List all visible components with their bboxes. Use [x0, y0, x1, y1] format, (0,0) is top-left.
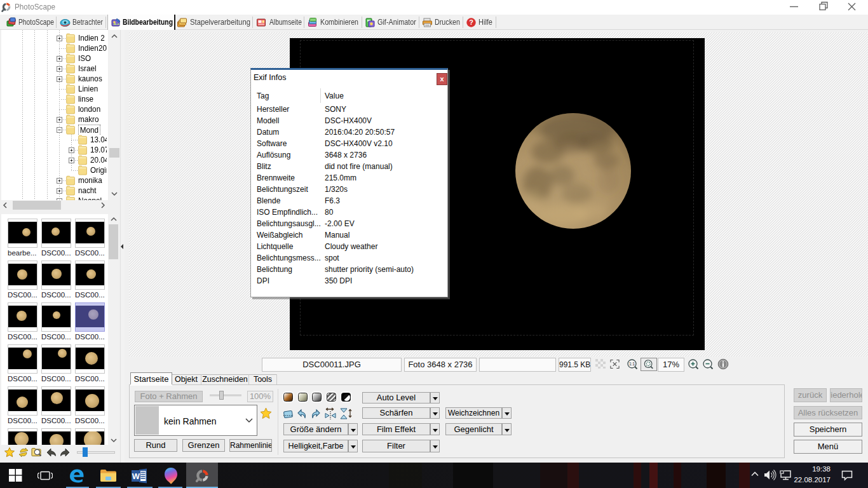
svg-text:W: W: [132, 471, 140, 481]
svg-text:1:1: 1:1: [629, 362, 635, 366]
svg-text:?: ?: [469, 18, 473, 26]
